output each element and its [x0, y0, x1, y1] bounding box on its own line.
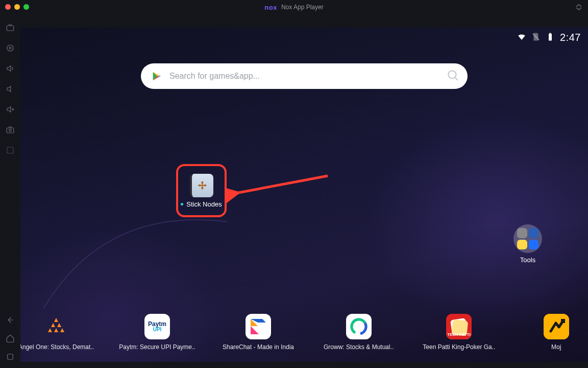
window-controls [5, 4, 29, 10]
screenshot-icon[interactable] [5, 125, 15, 135]
dock-app-angel-one[interactable]: Angel One: Stocks, Demat.. [20, 314, 92, 351]
volume-mute-icon[interactable] [5, 104, 15, 114]
svg-rect-28 [561, 319, 565, 323]
tools-folder[interactable]: Tools [513, 224, 542, 264]
play-store-icon [151, 71, 162, 82]
svg-point-6 [9, 129, 12, 132]
svg-rect-11 [550, 33, 551, 34]
app-dock: Angel One: Stocks, Demat.. PaytmUPI Payt… [20, 314, 588, 351]
svg-point-1 [7, 45, 13, 51]
svg-rect-5 [7, 128, 14, 133]
side-toolbar-bottom [0, 315, 20, 362]
angel-one-icon [43, 314, 69, 339]
svg-text:TEEN PATTI: TEEN PATTI [448, 332, 471, 337]
annotation-arrow [227, 173, 334, 203]
svg-marker-17 [57, 323, 61, 327]
expand-icon[interactable] [576, 4, 582, 12]
search-bar[interactable] [141, 63, 468, 89]
wifi-icon [517, 32, 526, 43]
volume-down-icon[interactable] [5, 84, 15, 94]
app-label: Stick Nodes [186, 200, 222, 208]
recents-icon[interactable] [5, 352, 15, 362]
svg-marker-18 [48, 328, 52, 332]
teen-patti-icon: TEEN PATTI [446, 314, 472, 339]
decorative-curve [43, 201, 227, 314]
dock-label: Angel One: Stocks, Demat.. [20, 343, 94, 351]
nox-logo: nox [264, 4, 277, 11]
folder-icon [513, 224, 542, 253]
sharechat-icon [246, 314, 271, 339]
dock-label: Moj [551, 343, 561, 351]
moj-icon [544, 314, 569, 339]
svg-line-14 [236, 176, 328, 193]
svg-point-12 [448, 71, 456, 78]
svg-rect-0 [7, 26, 14, 31]
dock-label: Groww: Stocks & Mutual.. [324, 343, 394, 351]
dock-app-teen-patti[interactable]: TEEN PATTI Teen Patti King-Poker Ga.. [423, 314, 495, 351]
app-stick-nodes-highlighted[interactable]: ✢ Stick Nodes [176, 164, 227, 217]
home-icon[interactable] [5, 333, 15, 343]
dock-label: Paytm: Secure UPI Payme.. [119, 343, 195, 351]
minimize-window-button[interactable] [14, 4, 20, 10]
dock-app-moj[interactable]: Moj [524, 314, 588, 351]
nox-window: nox Nox App Player 2:47 [0, 0, 588, 368]
dock-app-sharechat[interactable]: ShareChat - Made in India [223, 314, 294, 351]
android-home-screen[interactable]: 2:47 ✢ Stick Nodes [20, 28, 588, 362]
location-icon[interactable] [5, 43, 15, 53]
title-center: nox Nox App Player [264, 4, 323, 11]
search-icon[interactable] [446, 68, 459, 84]
svg-line-13 [455, 77, 457, 80]
tv-icon[interactable] [5, 22, 15, 33]
dock-app-paytm[interactable]: PaytmUPI Paytm: Secure UPI Payme.. [121, 314, 193, 351]
svg-rect-10 [549, 34, 552, 41]
no-sim-icon [531, 32, 541, 43]
volume-up-icon[interactable] [5, 63, 15, 74]
svg-rect-27 [544, 314, 569, 339]
dock-label: Teen Patti King-Poker Ga.. [423, 343, 495, 351]
folder-label: Tools [520, 256, 535, 264]
svg-marker-16 [51, 323, 55, 327]
search-input[interactable] [169, 72, 439, 81]
window-title: Nox App Player [281, 4, 324, 11]
back-icon[interactable] [5, 315, 15, 325]
side-toolbar [0, 14, 20, 368]
svg-rect-7 [7, 147, 13, 153]
more-tools-icon[interactable] [5, 145, 15, 155]
clock: 2:47 [560, 32, 581, 43]
status-bar: 2:47 [517, 32, 581, 43]
battery-icon [546, 32, 555, 43]
groww-icon [346, 314, 372, 339]
svg-marker-19 [54, 328, 58, 332]
paytm-icon: PaytmUPI [144, 314, 170, 339]
svg-point-2 [9, 47, 11, 49]
dock-label: ShareChat - Made in India [223, 343, 294, 351]
close-window-button[interactable] [5, 4, 11, 10]
stick-nodes-icon: ✢ [190, 174, 213, 197]
svg-marker-20 [60, 328, 64, 332]
dock-app-groww[interactable]: Groww: Stocks & Mutual.. [324, 314, 394, 351]
titlebar: nox Nox App Player [0, 0, 588, 14]
svg-marker-15 [54, 318, 58, 322]
svg-rect-8 [8, 354, 13, 360]
maximize-window-button[interactable] [23, 4, 29, 10]
new-install-dot-icon [181, 203, 183, 205]
